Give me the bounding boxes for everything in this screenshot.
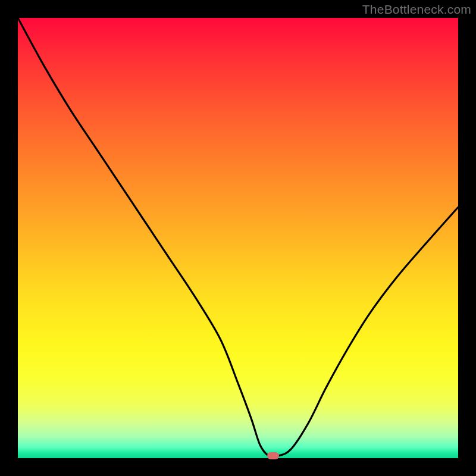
chart-frame: TheBottleneck.com [0, 0, 476, 476]
watermark-text: TheBottleneck.com [362, 2, 471, 17]
curve-line [18, 18, 458, 457]
curve-svg [18, 18, 458, 458]
optimum-marker [267, 452, 279, 459]
plot-area [18, 18, 458, 458]
